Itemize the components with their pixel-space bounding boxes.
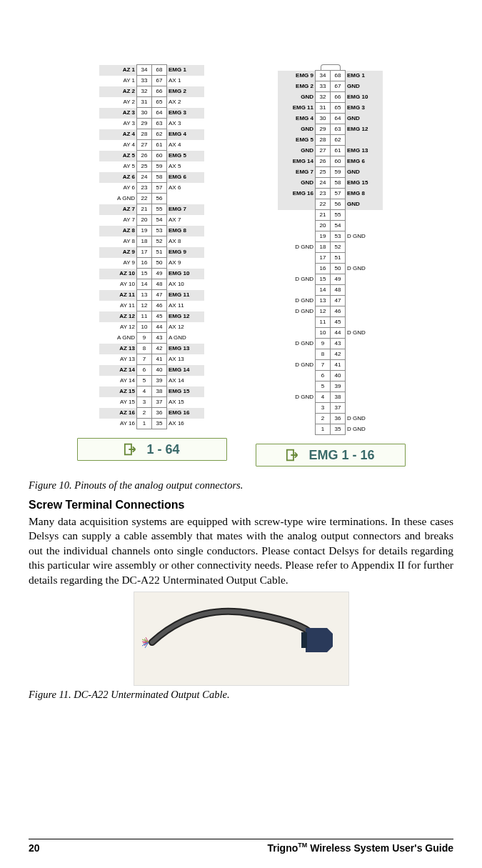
pin-row: D GND741 (278, 360, 383, 371)
pin-label-left: EMG 4 (278, 114, 316, 124)
pin-row: AY 52559AX 5 (99, 161, 204, 172)
pin-number: 53 (152, 226, 167, 236)
pin-label-right: D GND (346, 424, 383, 435)
pin-label-left (278, 403, 316, 414)
pin-number: 52 (331, 242, 346, 253)
pin-number: 42 (331, 349, 346, 360)
pin-row: EMG 93468EMG 1 (278, 71, 383, 81)
pin-row: 1751 (278, 253, 383, 264)
pin-label-right: EMG 3 (167, 108, 205, 119)
pin-row: 2155 (278, 210, 383, 221)
pin-label-right: EMG 16 (167, 408, 205, 419)
pin-label-right: GND (346, 199, 383, 210)
pin-number: 8 (316, 349, 331, 360)
pin-label-right (346, 392, 383, 403)
body-paragraph: Many data acquisition systems are equipp… (29, 514, 453, 587)
pin-number: 25 (137, 161, 152, 172)
pin-label-left: A GND (99, 194, 137, 204)
pin-label-right (346, 210, 383, 221)
pin-number: 10 (137, 322, 152, 333)
pin-row: EMG 23367GND (278, 81, 383, 92)
pin-label-right: D GND (346, 328, 383, 339)
pin-label-right: EMG 7 (167, 204, 205, 215)
pin-label-right: D GND (346, 414, 383, 424)
svg-rect-3 (301, 632, 307, 648)
pin-label-left: D GND (278, 296, 316, 306)
pin-label-left: EMG 16 (278, 189, 316, 199)
footer-title-tm: TM (298, 842, 307, 849)
pin-label-right (346, 349, 383, 360)
pin-row: 1650D GND (278, 264, 383, 274)
pin-row: GND2963EMG 12 (278, 124, 383, 135)
pin-number: 36 (152, 408, 167, 419)
pin-number: 47 (152, 290, 167, 301)
pin-label-right (346, 381, 383, 392)
pin-label-right (346, 317, 383, 328)
pin-label-right: AX 15 (167, 397, 205, 408)
pin-number: 9 (316, 339, 331, 349)
pin-number: 40 (331, 371, 346, 381)
pin-label-right: EMG 13 (346, 146, 383, 156)
pin-number: 33 (137, 76, 152, 86)
pin-label-right (346, 403, 383, 414)
pin-number: 35 (152, 419, 167, 429)
pin-label-right: AX 7 (167, 215, 205, 226)
pin-label-right: AX 10 (167, 279, 205, 290)
pin-row: 1145 (278, 317, 383, 328)
pin-number: 67 (152, 76, 167, 86)
pin-label-right: EMG 8 (167, 226, 205, 236)
footer-title-pre: Trigno (267, 842, 298, 854)
pin-number: 49 (152, 269, 167, 279)
pin-row: D GND1246 (278, 306, 383, 317)
pin-number: 44 (152, 322, 167, 333)
pin-number: 15 (316, 274, 331, 285)
pin-row: AZ 42862EMG 4 (99, 129, 204, 140)
pin-row: 236D GND (278, 414, 383, 424)
pin-row: AZ 33064EMG 3 (99, 108, 204, 119)
badge-1-64: 1 - 64 (77, 438, 227, 461)
pin-row: AZ 52660EMG 5 (99, 151, 204, 161)
pin-number: 17 (316, 253, 331, 264)
pin-row: D GND1549 (278, 274, 383, 285)
pin-number: 6 (137, 365, 152, 376)
pin-label-left: AY 12 (99, 322, 137, 333)
pin-label-left: AY 11 (99, 301, 137, 311)
pin-label-left: EMG 11 (278, 103, 316, 114)
pin-label-right: EMG 11 (167, 290, 205, 301)
pin-row: AY 13367AX 1 (99, 76, 204, 86)
pin-number: 36 (331, 414, 346, 424)
pin-row: EMG 43064GND (278, 114, 383, 124)
pin-number: 64 (152, 108, 167, 119)
pin-number: 12 (137, 301, 152, 311)
pin-row: AY 62357AX 6 (99, 183, 204, 194)
pin-number: 2 (316, 414, 331, 424)
pin-row: AZ 13468EMG 1 (99, 65, 204, 76)
pin-number: 59 (152, 161, 167, 172)
pin-label-left: AY 3 (99, 119, 137, 129)
pin-row: 539 (278, 381, 383, 392)
pin-number: 61 (152, 140, 167, 151)
pin-label-left (278, 381, 316, 392)
pin-number: 60 (152, 151, 167, 161)
pin-number: 21 (316, 210, 331, 221)
pin-label-right: GND (346, 81, 383, 92)
pin-number: 1 (137, 419, 152, 429)
pin-number: 34 (137, 65, 152, 76)
pin-label-left: AZ 7 (99, 204, 137, 215)
pin-number: 11 (316, 317, 331, 328)
pin-label-right: EMG 8 (346, 189, 383, 199)
pin-label-left: AY 15 (99, 397, 137, 408)
pin-label-left: D GND (278, 274, 316, 285)
pin-label-left: AZ 14 (99, 365, 137, 376)
pin-number: 67 (331, 81, 346, 92)
pin-label-left: AZ 10 (99, 269, 137, 279)
pin-label-left: D GND (278, 306, 316, 317)
arrow-icon (124, 442, 139, 457)
pin-number: 51 (331, 253, 346, 264)
pin-label-right: AX 13 (167, 354, 205, 365)
pin-label-right (346, 371, 383, 381)
pin-row: AZ 101549EMG 10 (99, 269, 204, 279)
pin-number: 39 (152, 376, 167, 386)
pin-label-left: EMG 2 (278, 81, 316, 92)
section-heading: Screw Terminal Connections (29, 499, 453, 512)
